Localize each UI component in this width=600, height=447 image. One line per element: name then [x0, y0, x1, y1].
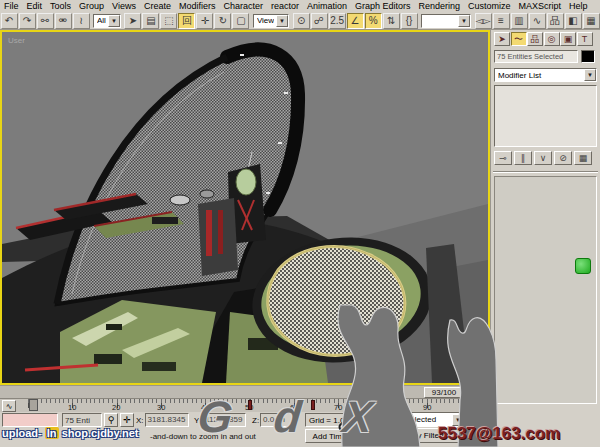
bind-spacewarp-icon[interactable]: ≀ — [73, 13, 90, 29]
maxscript-mini-listener[interactable] — [2, 413, 58, 427]
frame-label[interactable]: 70 — [334, 403, 342, 412]
angle-snap-icon[interactable]: ∠ — [347, 13, 364, 29]
tab-hierarchy[interactable]: 品 — [527, 32, 543, 46]
frame-label[interactable]: 90 — [423, 403, 431, 412]
rotate-icon[interactable]: ↻ — [214, 13, 231, 29]
menu-item[interactable]: Group — [75, 1, 108, 11]
tab-motion[interactable]: ◎ — [544, 32, 560, 46]
menu-item[interactable]: Views — [108, 1, 140, 11]
menu-item[interactable]: Animation — [303, 1, 351, 11]
auto-key-button[interactable]: Auto Key — [360, 412, 395, 427]
make-unique-button[interactable]: ∨ — [534, 151, 552, 165]
time-slider[interactable]: 93/100 — [0, 385, 490, 398]
key-filters-button[interactable]: Key Filters... — [398, 428, 462, 443]
keyframe[interactable] — [248, 400, 252, 410]
chevron-down-icon[interactable]: ▼ — [452, 414, 464, 426]
x-value[interactable]: 3181.8345 — [145, 413, 189, 427]
track-bar-caret[interactable] — [29, 399, 38, 411]
chevron-down-icon[interactable]: ▼ — [276, 15, 288, 27]
pin-stack-button[interactable]: ⊸ — [494, 151, 512, 165]
object-color-swatch[interactable] — [581, 50, 595, 63]
tab-create[interactable]: ➤ — [494, 32, 510, 46]
material-editor-icon[interactable]: ◧ — [565, 13, 582, 29]
remove-modifier-button[interactable]: ⊘ — [554, 151, 572, 165]
configure-sets-button[interactable]: ▦ — [574, 151, 592, 165]
set-key-button[interactable]: Set Key — [360, 428, 395, 443]
move-icon[interactable]: ✛ — [196, 13, 213, 29]
menu-item[interactable]: MAXScript — [515, 1, 566, 11]
selection-filter-dropdown[interactable]: All ▼ — [93, 14, 121, 28]
ref-coord-dropdown[interactable]: View ▼ — [253, 14, 289, 28]
use-pivot-icon[interactable]: ⊙ — [293, 13, 310, 29]
menu-item[interactable]: Edit — [23, 1, 47, 11]
mini-curve-editor-button[interactable]: ∿ — [2, 400, 16, 412]
menu-item[interactable]: Customize — [464, 1, 515, 11]
y-coordinate[interactable]: Y: 1126.4859 — [194, 413, 246, 427]
track-bar[interactable]: ∿ 102030405060708090100 — [0, 398, 490, 412]
chevron-down-icon[interactable]: ▼ — [458, 15, 470, 27]
selection-lock-icon[interactable]: ⚲ — [104, 413, 118, 427]
align-icon[interactable]: ≡ — [493, 13, 510, 29]
frame-label[interactable]: 30 — [157, 403, 165, 412]
select-by-name-icon[interactable]: ▤ — [142, 13, 159, 29]
menu-item[interactable]: Graph Editors — [351, 1, 415, 11]
messenger-badge-icon[interactable] — [575, 258, 591, 274]
undo-icon[interactable]: ↶ — [1, 13, 18, 29]
menu-item[interactable]: reactor — [267, 1, 303, 11]
absolute-offset-icon[interactable]: ✛ — [120, 413, 134, 427]
show-end-result-button[interactable]: ∥ — [514, 151, 532, 165]
select-manipulate-icon[interactable]: ☍ — [311, 13, 328, 29]
frame-label[interactable]: 20 — [112, 403, 120, 412]
rect-region-icon[interactable]: ⬚ — [160, 13, 177, 29]
menu-item[interactable]: Modifiers — [175, 1, 220, 11]
menu-item[interactable]: Character — [219, 1, 267, 11]
spinner-snap-icon[interactable]: ⇅ — [383, 13, 400, 29]
scale-icon[interactable]: ▢ — [232, 13, 249, 29]
modifier-stack-list[interactable] — [494, 85, 597, 147]
frame-label[interactable]: 80 — [378, 403, 386, 412]
keyframe[interactable] — [352, 400, 356, 410]
keyframe[interactable] — [311, 400, 315, 410]
percent-snap-icon[interactable]: % — [365, 13, 382, 29]
schematic-view-icon[interactable]: 品 — [547, 13, 564, 29]
viewport-label[interactable]: User — [8, 36, 25, 45]
3dsmax-window: FileEditToolsGroupViewsCreateModifiersCh… — [0, 0, 600, 447]
redo-icon[interactable]: ↷ — [19, 13, 36, 29]
menu-item[interactable]: File — [0, 1, 23, 11]
layer-icon[interactable]: ▥ — [511, 13, 528, 29]
z-value[interactable]: 0.0cm — [260, 413, 294, 427]
keyframe[interactable] — [468, 400, 472, 410]
select-object-icon[interactable]: ➤ — [124, 13, 141, 29]
viewport-canvas[interactable] — [2, 32, 488, 383]
x-coordinate[interactable]: X: 3181.8345 — [136, 413, 189, 427]
snap-25-icon[interactable]: 2.5 — [329, 13, 346, 29]
z-coordinate[interactable]: Z: 0.0cm — [252, 413, 294, 427]
unlink-icon[interactable]: ⚮ — [55, 13, 72, 29]
named-sets-dropdown[interactable]: ▼ — [421, 14, 471, 28]
menu-item[interactable]: Rendering — [415, 1, 465, 11]
menu-item[interactable]: Tools — [46, 1, 75, 11]
mirror-icon[interactable]: ◅▻ — [475, 13, 492, 29]
named-sets-icon[interactable]: {} — [401, 13, 418, 29]
tab-utilities[interactable]: T — [577, 32, 593, 46]
frame-label[interactable]: 60 — [290, 403, 298, 412]
menu-item[interactable]: Create — [140, 1, 175, 11]
modifier-list-dropdown[interactable]: Modifier List ▼ — [494, 68, 597, 82]
render-setup-icon[interactable]: ▦ — [583, 13, 600, 29]
viewport-frame: User — [0, 30, 490, 385]
select-link-icon[interactable]: ⚯ — [37, 13, 54, 29]
time-slider-handle[interactable]: 93/100 — [424, 387, 464, 398]
set-keys-icon[interactable] — [338, 420, 360, 434]
tab-modify[interactable]: 〜 — [511, 32, 527, 46]
chevron-down-icon[interactable]: ▼ — [584, 69, 596, 81]
key-mode-dropdown[interactable]: Selected ▼ — [401, 412, 465, 427]
window-crossing-icon[interactable]: 回 — [178, 13, 195, 29]
y-value[interactable]: 1126.4859 — [202, 413, 246, 427]
frame-label[interactable]: 10 — [68, 403, 76, 412]
frame-label[interactable]: 40 — [201, 403, 209, 412]
curve-editor-icon[interactable]: ∿ — [529, 13, 546, 29]
chevron-down-icon[interactable]: ▼ — [108, 15, 120, 27]
cockpit-console[interactable] — [198, 198, 238, 276]
tab-display[interactable]: ▣ — [560, 32, 576, 46]
menu-item[interactable]: Help — [565, 1, 592, 11]
